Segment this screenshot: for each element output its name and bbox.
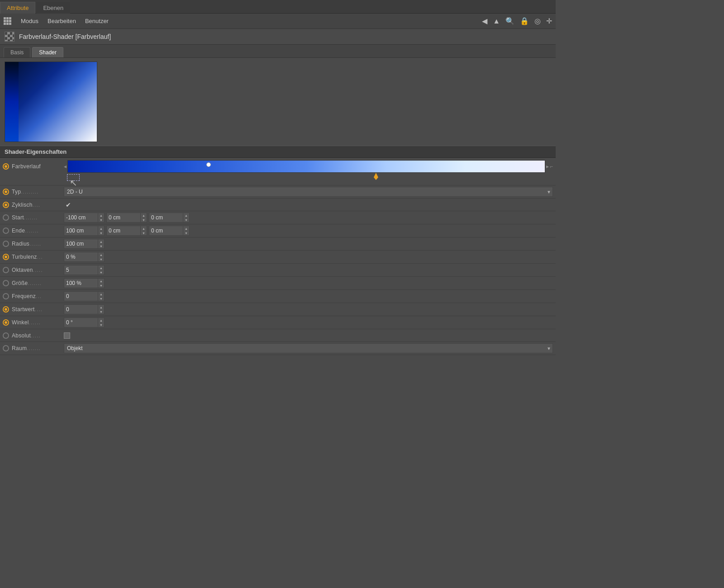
start-v2-down[interactable]: ▼ — [141, 218, 147, 222]
cursor-arrow-icon: ↖ — [70, 178, 77, 187]
tab-ebenen[interactable]: Ebenen — [36, 2, 70, 14]
radio-startwert[interactable] — [3, 306, 9, 313]
start-v3-down[interactable]: ▼ — [183, 218, 189, 222]
winkel-down[interactable]: ▼ — [98, 322, 104, 327]
ende-v3[interactable]: ▲ ▼ — [149, 226, 190, 236]
radio-ende[interactable] — [3, 228, 9, 234]
start-v1[interactable]: ▲ ▼ — [64, 213, 105, 223]
ende-v1-up[interactable]: ▲ — [98, 226, 104, 231]
grosse-up[interactable]: ▲ — [98, 279, 104, 283]
start-v2[interactable]: ▲ ▼ — [106, 213, 147, 223]
startwert-up[interactable]: ▲ — [98, 305, 104, 309]
oktaven-v1[interactable]: ▲ ▼ — [64, 265, 105, 275]
radio-turbulenz[interactable] — [3, 254, 9, 260]
radio-absolut[interactable] — [3, 332, 9, 339]
menu-benutzer[interactable]: Benutzer — [81, 16, 113, 26]
add-icon[interactable]: ✛ — [546, 17, 552, 25]
gradient-left-arrow[interactable]: ◂ — [64, 163, 67, 170]
tab-attribute[interactable]: Attribute — [0, 2, 35, 14]
frequenz-v1[interactable]: ▲ ▼ — [64, 291, 105, 301]
raum-select[interactable]: Objekt Welt Kamera — [64, 343, 553, 353]
radio-raum[interactable] — [3, 345, 9, 351]
radius-v1[interactable]: ▲ ▼ — [64, 239, 105, 249]
start-v1-up[interactable]: ▲ — [98, 213, 104, 218]
startwert-down[interactable]: ▼ — [98, 309, 104, 314]
start-v2-input[interactable] — [107, 213, 140, 222]
gradient-bar[interactable] — [67, 160, 545, 173]
menu-modus[interactable]: Modus — [16, 16, 43, 26]
grosse-input[interactable] — [64, 279, 98, 287]
ende-v1-down[interactable]: ▼ — [98, 231, 104, 235]
sub-tab-basis[interactable]: Basis — [4, 47, 30, 57]
oktaven-input[interactable] — [64, 266, 98, 274]
prop-row-oktaven: Oktaven..... ▲ ▼ — [0, 264, 556, 277]
turbulenz-up[interactable]: ▲ — [98, 252, 104, 257]
ende-v3-down[interactable]: ▼ — [183, 231, 189, 235]
label-start: Start....... — [12, 214, 64, 221]
frequenz-down[interactable]: ▼ — [98, 296, 104, 301]
turbulenz-input[interactable] — [64, 253, 98, 261]
lock-icon[interactable]: 🔒 — [520, 17, 529, 25]
preview-stripe — [5, 62, 19, 142]
start-v3-input[interactable] — [149, 213, 183, 222]
oktaven-down[interactable]: ▼ — [98, 270, 104, 275]
winkel-input[interactable] — [64, 318, 98, 327]
frequenz-up[interactable]: ▲ — [98, 292, 104, 296]
winkel-up[interactable]: ▲ — [98, 318, 104, 322]
start-v1-down[interactable]: ▼ — [98, 218, 104, 222]
radio-typ[interactable] — [3, 189, 9, 195]
frequenz-input[interactable] — [64, 292, 98, 300]
ende-v2-up[interactable]: ▲ — [141, 226, 147, 231]
gradient-handle-white[interactable] — [206, 162, 211, 167]
ende-v3-spinner: ▲ ▼ — [183, 226, 189, 235]
search-icon[interactable]: 🔍 — [505, 17, 514, 25]
ende-v2-spinner: ▲ ▼ — [140, 226, 147, 235]
radius-up[interactable]: ▲ — [98, 239, 104, 244]
grosse-down[interactable]: ▼ — [98, 283, 104, 288]
absolut-checkbox[interactable] — [64, 332, 70, 339]
ende-v3-input[interactable] — [149, 227, 183, 235]
grosse-v1[interactable]: ▲ ▼ — [64, 278, 105, 288]
radio-frequenz[interactable] — [3, 293, 9, 299]
radius-down[interactable]: ▼ — [98, 244, 104, 248]
turbulenz-v1[interactable]: ▲ ▼ — [64, 252, 105, 262]
radio-oktaven[interactable] — [3, 267, 9, 273]
start-v2-up[interactable]: ▲ — [141, 213, 147, 218]
prop-row-raum: Raum....... Objekt Welt Kamera ▼ — [0, 342, 556, 355]
label-farbverlauf: Farbverlauf — [12, 163, 64, 170]
start-v1-input[interactable] — [64, 213, 98, 222]
radio-zyklisch[interactable] — [3, 202, 9, 208]
menu-bearbeiten[interactable]: Bearbeiten — [43, 16, 81, 26]
oktaven-up[interactable]: ▲ — [98, 266, 104, 270]
ende-v2-input[interactable] — [107, 227, 140, 235]
start-v3-up[interactable]: ▲ — [183, 213, 189, 218]
orange-handle[interactable] — [373, 173, 379, 180]
prop-row-grosse: Größe....... ▲ ▼ — [0, 277, 556, 290]
typ-select[interactable]: 2D - U 2D - V 3D — [64, 187, 553, 197]
ende-v1[interactable]: ▲ ▼ — [64, 226, 105, 236]
gradient-right-arrow[interactable]: ▸ — [546, 163, 549, 170]
turbulenz-down[interactable]: ▼ — [98, 257, 104, 261]
radio-grosse[interactable] — [3, 280, 9, 286]
radius-input[interactable] — [64, 240, 98, 248]
startwert-v1[interactable]: ▲ ▼ — [64, 304, 105, 314]
startwert-input[interactable] — [64, 305, 98, 313]
radio-radius[interactable] — [3, 241, 9, 247]
ende-v1-input[interactable] — [64, 227, 98, 235]
radio-start[interactable] — [3, 214, 9, 221]
arrow-icon[interactable]: ▲ — [493, 17, 500, 25]
ende-v2-down[interactable]: ▼ — [141, 231, 147, 235]
target-icon[interactable]: ◎ — [534, 17, 541, 25]
sub-tab-shader[interactable]: Shader — [32, 47, 63, 57]
prop-row-absolut: Absolut..... — [0, 329, 556, 342]
start-v3[interactable]: ▲ ▼ — [149, 213, 190, 223]
radio-farbverlauf[interactable] — [3, 163, 9, 170]
ende-v3-up[interactable]: ▲ — [183, 226, 189, 231]
section-header: Shader-Eigenschaften — [0, 146, 556, 158]
winkel-v1[interactable]: ▲ ▼ — [64, 318, 105, 327]
radio-winkel[interactable] — [3, 319, 9, 326]
ende-v2[interactable]: ▲ ▼ — [106, 226, 147, 236]
back-icon[interactable]: ◀ — [482, 17, 487, 25]
orange-handle-bottom — [374, 177, 378, 180]
gradient-corner-icon[interactable]: ⌐ — [550, 163, 553, 170]
